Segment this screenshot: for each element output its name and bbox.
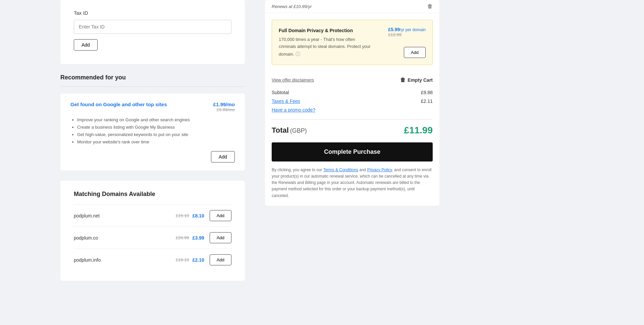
- domain-name-1: podplum.co: [74, 235, 98, 241]
- domain-row-right-1: £26.99 £3.99 Add: [176, 232, 231, 243]
- view-disclaimers-link[interactable]: View offer disclaimers: [272, 77, 314, 82]
- total-amount: £11.99: [404, 125, 433, 136]
- subtotal-label: Subtotal: [272, 90, 289, 95]
- total-label-block: Total (GBP): [272, 126, 307, 135]
- recommend-price-main: £1.99/mo: [213, 102, 235, 107]
- cart-container: Renews at £10.99/yr 🗑 Full Domain Privac…: [265, 0, 439, 206]
- domain-row-right-2: £19.10 £2.10 Add: [176, 254, 231, 265]
- domain-price-old-0: £15.10: [176, 213, 189, 218]
- taxes-row: Taxes & Fees £2.11: [272, 99, 433, 104]
- upsell-card-right: £5.99/yr per domain £12.99 Add: [379, 27, 426, 58]
- domain-row-right-0: £15.10 £8.10 Add: [176, 210, 231, 221]
- domain-add-button-1[interactable]: Add: [210, 232, 231, 243]
- privacy-policy-link[interactable]: Privacy Policy: [367, 168, 392, 172]
- recommend-card-google: Get found on Google and other top sites …: [60, 93, 245, 171]
- cart-top-item-text: Renews at £10.99/yr: [272, 4, 312, 9]
- empty-cart-label: Empty Cart: [408, 77, 433, 83]
- recommend-card-title: Get found on Google and other top sites: [70, 102, 167, 107]
- domain-name-0: podplum.net: [74, 213, 100, 218]
- matching-title: Matching Domains Available: [74, 191, 231, 198]
- total-divider: [272, 119, 433, 120]
- info-icon[interactable]: ⓘ: [296, 51, 300, 57]
- upsell-title: Full Domain Privacy & Protection: [279, 27, 372, 34]
- domain-name-2: podplum.info: [74, 257, 101, 263]
- upsell-card-left: Full Domain Privacy & Protection 170,000…: [279, 27, 372, 58]
- cart-footer: View offer disclaimers 🗑 Empty Cart Subt…: [265, 72, 439, 206]
- tax-id-add-button[interactable]: Add: [74, 39, 98, 51]
- recommended-section: Recommended for you Get found on Google …: [60, 74, 245, 171]
- recommend-price-old: £5.99/mo: [213, 107, 235, 112]
- promo-code-link[interactable]: Have a promo code?: [272, 107, 433, 113]
- recommend-add-button[interactable]: Add: [211, 151, 235, 162]
- domain-prices-1: £26.99 £3.99: [176, 235, 204, 241]
- upsell-body-text: 170,000 times a year - That's how often …: [279, 37, 371, 57]
- recommended-title: Recommended for you: [60, 74, 245, 81]
- domain-price-new-1: £3.99: [193, 235, 204, 241]
- recommend-card-footer: Add: [70, 151, 235, 162]
- taxes-fees-link[interactable]: Taxes & Fees: [272, 99, 300, 104]
- recommend-price-block: £1.99/mo £5.99/mo: [213, 102, 235, 112]
- upsell-add-button[interactable]: Add: [404, 47, 426, 58]
- domain-price-old-1: £26.99: [176, 235, 189, 240]
- feature-item: Get high-value, personalized keywords to…: [77, 131, 235, 138]
- recommend-card-header: Get found on Google and other top sites …: [70, 102, 235, 112]
- recommend-features: Improve your ranking on Google and other…: [70, 116, 235, 146]
- domain-add-button-2[interactable]: Add: [210, 254, 231, 265]
- upsell-price-main: £5.99: [388, 27, 400, 32]
- upsell-price-period: /yr per domain: [400, 27, 426, 32]
- empty-cart-trash-icon: 🗑: [400, 77, 406, 83]
- cart-item-delete-icon[interactable]: 🗑: [427, 3, 433, 9]
- domain-row-2: podplum.info £19.10 £2.10 Add: [74, 249, 231, 271]
- taxes-value: £2.11: [421, 99, 433, 104]
- subtotal-value: £9.88: [421, 90, 433, 95]
- legal-text-1: By clicking, you agree to our: [272, 168, 323, 172]
- cart-footer-actions: View offer disclaimers 🗑 Empty Cart: [272, 77, 433, 83]
- total-label: Total: [272, 126, 289, 134]
- domain-prices-2: £19.10 £2.10: [176, 257, 204, 263]
- subtotal-row: Subtotal £9.88: [272, 90, 433, 95]
- domain-row-0: podplum.net £15.10 £8.10 Add: [74, 204, 231, 226]
- recommended-divider: [60, 86, 245, 87]
- legal-text: By clicking, you agree to our Terms & Co…: [272, 167, 433, 199]
- tax-id-section: Tax ID Add: [60, 0, 245, 64]
- cart-top-item: Renews at £10.99/yr 🗑: [265, 0, 439, 13]
- domain-row-1: podplum.co £26.99 £3.99 Add: [74, 226, 231, 249]
- feature-item: Improve your ranking on Google and other…: [77, 116, 235, 124]
- upsell-price-old: £12.99: [388, 32, 426, 37]
- upsell-card: Full Domain Privacy & Protection 170,000…: [272, 20, 433, 65]
- matching-domains-section: Matching Domains Available podplum.net £…: [60, 181, 245, 281]
- terms-conditions-link[interactable]: Terms & Conditions: [323, 168, 358, 172]
- tax-id-label: Tax ID: [74, 10, 231, 16]
- upsell-price-block: £5.99/yr per domain £12.99: [388, 27, 426, 37]
- total-currency: (GBP): [290, 127, 307, 134]
- legal-text-2: and: [358, 168, 367, 172]
- total-row: Total (GBP) £11.99: [272, 125, 433, 136]
- feature-item: Create a business listing with Google My…: [77, 124, 235, 131]
- domain-prices-0: £15.10 £8.10: [176, 213, 204, 218]
- domain-price-new-2: £2.10: [193, 257, 204, 263]
- tax-id-input[interactable]: [74, 20, 231, 34]
- domain-add-button-0[interactable]: Add: [210, 210, 231, 221]
- complete-purchase-button[interactable]: Complete Purchase: [272, 142, 433, 161]
- domain-price-old-2: £19.10: [176, 257, 189, 262]
- feature-item: Monitor your website's rank over time: [77, 138, 235, 146]
- domain-price-new-0: £8.10: [193, 213, 204, 218]
- empty-cart-button[interactable]: 🗑 Empty Cart: [400, 77, 433, 83]
